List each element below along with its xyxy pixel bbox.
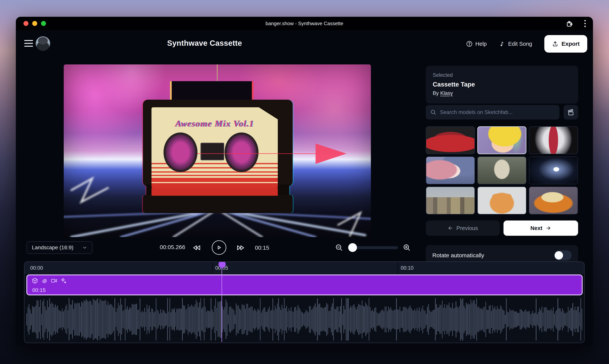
- video-camera-icon: [51, 277, 57, 284]
- arrow-right-icon: [545, 225, 551, 231]
- model-thumbnail-red-sports-car[interactable]: [426, 126, 475, 154]
- ruler-label-2: 00:10: [401, 265, 414, 271]
- timeline-ruler[interactable]: 00:00 00:05 00:10: [24, 262, 584, 274]
- search-icon: [430, 109, 437, 116]
- audio-waveform[interactable]: [26, 297, 583, 341]
- current-time: 00:05.266: [157, 244, 188, 250]
- spiral-icon: [41, 277, 48, 284]
- selected-model-author: ByKlasy: [433, 90, 571, 96]
- model-thumbnail-grid: [426, 126, 578, 214]
- video-clip-track[interactable]: 00:15: [26, 274, 583, 295]
- selected-heading: Selected: [433, 72, 571, 78]
- playhead-line: [221, 267, 222, 342]
- rotate-automatically-label: Rotate automatically: [432, 252, 484, 259]
- red-arrow-overlay: [64, 65, 371, 237]
- play-button[interactable]: [212, 240, 226, 255]
- project-title: Synthwave Cassette: [167, 39, 242, 47]
- arrow-left-icon: [448, 225, 453, 231]
- sparkles-icon: [60, 277, 67, 284]
- cube-icon: [31, 277, 38, 284]
- aspect-ratio-value: Landscape (16:9): [32, 245, 73, 251]
- app-window: banger.show - Synthwave Cassette Synthwa…: [16, 17, 593, 346]
- chevron-down-icon: [82, 245, 87, 250]
- rewind-button[interactable]: [192, 243, 201, 252]
- model-thumbnail-storm-clouds-figure[interactable]: [426, 156, 475, 184]
- model-thumbnail-spiral-galaxy[interactable]: [529, 156, 578, 184]
- next-label: Next: [530, 225, 542, 231]
- clapperboard-icon: [567, 108, 575, 116]
- previous-page-button[interactable]: Previous: [426, 221, 500, 236]
- model-thumbnail-anime-girl[interactable]: [477, 126, 526, 154]
- selected-model-name: Cassette Tape: [433, 81, 571, 88]
- model-thumbnail-shiba-dog[interactable]: [477, 187, 526, 214]
- video-preview[interactable]: Awesome Mix Vol.1: [64, 65, 371, 237]
- ruler-label-0: 00:00: [30, 265, 43, 271]
- aspect-ratio-select[interactable]: Landscape (16:9): [27, 241, 93, 254]
- fast-forward-button[interactable]: [236, 243, 245, 252]
- previous-label: Previous: [456, 225, 478, 231]
- browser-menu-kebab-icon[interactable]: [584, 19, 586, 28]
- user-avatar[interactable]: [36, 36, 50, 51]
- model-thumbnail-fantasy-warrior[interactable]: [529, 126, 578, 154]
- timeline-zoom-knob[interactable]: [348, 243, 357, 252]
- model-thumbnail-abandoned-city[interactable]: [426, 187, 475, 214]
- clip-duration-label: 00:15: [32, 287, 46, 293]
- search-input[interactable]: [440, 109, 555, 115]
- zoom-out-icon[interactable]: [335, 243, 343, 252]
- author-prefix: By: [433, 90, 439, 96]
- main-menu-hamburger-icon[interactable]: [24, 40, 33, 47]
- rotate-automatically-toggle[interactable]: [554, 250, 572, 260]
- timeline-panel: 00:00 00:05 00:10: [24, 261, 585, 343]
- my-renders-button[interactable]: [564, 105, 578, 119]
- zoom-in-icon[interactable]: [402, 243, 411, 252]
- selected-model-card: Selected Cassette Tape ByKlasy: [426, 66, 578, 104]
- model-search-field[interactable]: [426, 105, 559, 119]
- author-link[interactable]: Klasy: [440, 90, 453, 96]
- total-duration: 00:15: [255, 245, 269, 251]
- next-page-button[interactable]: Next: [503, 221, 578, 236]
- model-thumbnail-skull[interactable]: [477, 156, 526, 184]
- model-thumbnail-vintage-toy-car[interactable]: [529, 187, 578, 214]
